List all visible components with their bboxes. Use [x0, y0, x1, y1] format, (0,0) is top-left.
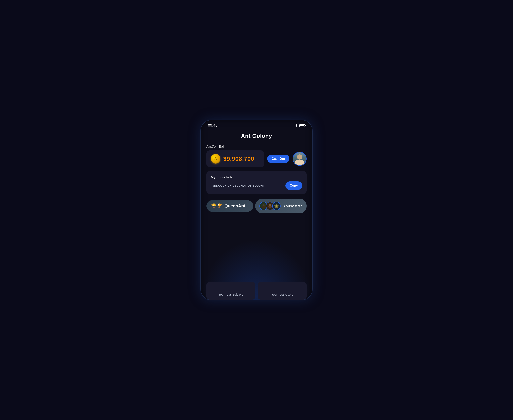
wifi-icon — [294, 124, 298, 127]
svg-point-3 — [264, 205, 264, 207]
users-label: Your Total Users — [271, 293, 293, 296]
app-title: Ant Colony — [201, 133, 312, 139]
signal-icon — [290, 124, 293, 127]
rank-text: You're 57th — [283, 204, 303, 208]
status-bar: 09:46 — [201, 120, 312, 129]
avatar-image — [293, 152, 306, 165]
balance-section: A 39,908,700 CashOut — [206, 150, 307, 167]
queen-ant-button[interactable]: 🏆🏆 QueenAnt — [206, 200, 253, 212]
queen-section: 🏆🏆 QueenAnt You're 57th — [206, 199, 307, 213]
user-avatar — [293, 152, 307, 166]
svg-point-5 — [269, 204, 271, 206]
svg-line-6 — [268, 207, 268, 208]
balance-label: AntCoin Bal — [206, 145, 307, 148]
svg-point-9 — [276, 205, 277, 207]
battery-icon — [299, 124, 305, 127]
copy-button[interactable]: Copy — [285, 181, 302, 190]
rank-avatars — [259, 202, 280, 210]
cashout-button[interactable]: CashOut — [267, 155, 289, 163]
balance-card: A 39,908,700 — [206, 150, 264, 167]
balance-amount: 39,908,700 — [223, 156, 254, 162]
rank-avatar-3 — [272, 202, 280, 210]
soldiers-label: Your Total Soldiers — [219, 293, 243, 296]
antcoin-icon: A — [211, 154, 220, 164]
trophy-icons: 🏆🏆 — [211, 203, 222, 209]
svg-point-0 — [262, 206, 265, 209]
status-icons — [290, 124, 305, 127]
invite-title: My Invite link: — [211, 175, 302, 179]
users-card: Your Total Users — [258, 282, 307, 300]
invite-row: FJBDCCDHIVHIVSCUHDFIDSISDJOHV Copy — [211, 181, 302, 190]
rank-button[interactable]: You're 57th — [255, 199, 307, 213]
stats-row: Your Total Soldiers Your Total Users — [206, 282, 307, 300]
queen-ant-label: QueenAnt — [224, 203, 245, 209]
main-content: AntCoin Bal A 39,908,700 CashOut — [201, 145, 312, 213]
invite-section: My Invite link: FJBDCCDHIVHIVSCUHDFIDSIS… — [206, 171, 307, 194]
svg-point-2 — [263, 205, 263, 207]
invite-code: FJBDCCDHIVHIVSCUHDFIDSISDJOHV — [211, 184, 283, 187]
phone-frame: 09:46 Ant Colony AntCoin Bal — [200, 120, 313, 300]
status-time: 09:46 — [208, 123, 218, 128]
soldiers-card: Your Total Soldiers — [206, 282, 255, 300]
